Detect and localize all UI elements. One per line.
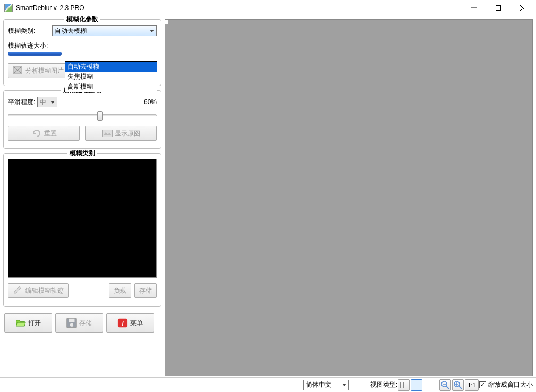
open-button[interactable]: 打开	[4, 313, 52, 333]
info-icon: i	[117, 318, 128, 328]
window-title: SmartDeblur v. 2.3 PRO	[16, 4, 462, 12]
one-to-one-label: 1:1	[467, 382, 475, 388]
smooth-label: 平滑程度:	[8, 98, 35, 107]
svg-rect-7	[102, 130, 112, 137]
svg-rect-14	[404, 382, 407, 388]
window-titlebar: SmartDeblur v. 2.3 PRO	[0, 0, 536, 16]
language-combo[interactable]: 简体中文	[303, 380, 349, 390]
folder-open-icon	[15, 318, 26, 328]
show-original-label: 显示原图	[115, 129, 140, 138]
analyze-icon	[13, 66, 23, 75]
zoom-out-button[interactable]	[439, 379, 451, 391]
save-kernel-label: 存储	[139, 286, 152, 295]
menu-button[interactable]: i 菜单	[106, 313, 154, 333]
app-icon	[4, 4, 13, 12]
main-toolbar: 打开 存储 i 菜单	[3, 311, 161, 333]
language-value: 简体中文	[306, 380, 331, 389]
blur-type-dropdown[interactable]: 自动去模糊 失焦模糊 高斯模糊	[65, 61, 157, 92]
minimize-button[interactable]	[462, 0, 486, 16]
dropdown-option[interactable]: 失焦模糊	[65, 72, 157, 82]
show-original-button[interactable]: 显示原图	[85, 126, 157, 141]
dropdown-option[interactable]: 自动去模糊	[65, 62, 157, 72]
smooth-value: 中	[40, 98, 46, 107]
settings-sidebar: 模糊化参数 模糊类别: 自动去模糊 模糊轨迹大小: 分析模糊图片	[0, 16, 165, 376]
image-icon	[102, 129, 113, 138]
kernel-group: 模糊类别 编辑模糊轨迹 负载 存储	[3, 153, 161, 307]
view-type-label: 视图类型:	[370, 380, 397, 389]
kernel-preview	[8, 159, 157, 278]
chevron-down-icon	[50, 101, 55, 104]
save-kernel-button[interactable]: 存储	[134, 283, 157, 298]
chevron-down-icon	[342, 384, 346, 386]
reset-label: 重置	[44, 129, 57, 138]
blur-type-value: 自动去模糊	[55, 27, 87, 36]
chevron-down-icon	[150, 30, 154, 32]
svg-rect-13	[401, 382, 404, 388]
svg-line-17	[446, 386, 449, 389]
load-kernel-button[interactable]: 负载	[109, 283, 131, 298]
svg-point-10	[70, 323, 73, 326]
smooth-combo[interactable]: 中	[37, 97, 57, 107]
maximize-button[interactable]	[486, 0, 511, 16]
blur-trace-slider[interactable]	[8, 49, 157, 59]
dropdown-option[interactable]: 高斯模糊	[65, 82, 157, 92]
kernel-title: 模糊类别	[67, 149, 97, 158]
reset-button[interactable]: 重置	[8, 126, 80, 141]
svg-rect-9	[69, 319, 75, 322]
save-button[interactable]: 存储	[55, 313, 103, 333]
canvas-handle	[165, 20, 168, 24]
image-canvas[interactable]	[165, 19, 533, 376]
blur-params-title: 模糊化参数	[64, 15, 100, 24]
edit-trace-label: 编辑模糊轨迹	[25, 286, 64, 295]
smooth-percent: 60%	[144, 98, 157, 106]
open-label: 打开	[28, 319, 41, 328]
load-kernel-label: 负载	[114, 286, 126, 295]
zoom-1to1-button[interactable]: 1:1	[465, 379, 479, 391]
blur-type-label: 模糊类别:	[8, 27, 35, 36]
smooth-slider[interactable]	[8, 111, 157, 121]
fit-window-label: 缩放成窗口大小	[488, 380, 533, 389]
view-split-button[interactable]	[398, 379, 410, 391]
zoom-in-button[interactable]	[452, 379, 464, 391]
close-button[interactable]	[511, 0, 535, 16]
svg-rect-1	[496, 5, 501, 10]
svg-line-20	[459, 386, 462, 389]
svg-rect-15	[413, 382, 420, 388]
edit-trace-button[interactable]: 编辑模糊轨迹	[8, 283, 69, 298]
save-label: 存储	[79, 319, 92, 328]
pencil-icon	[13, 286, 23, 295]
blur-type-combo[interactable]: 自动去模糊	[52, 25, 157, 36]
menu-label: 菜单	[130, 319, 143, 328]
analyze-blur-button[interactable]: 分析模糊图片	[8, 63, 69, 78]
analyze-blur-label: 分析模糊图片	[25, 66, 64, 75]
fit-window-checkbox[interactable]	[479, 381, 486, 388]
undo-icon	[31, 129, 42, 138]
post-process-group: 后期处理选项 平滑程度: 中 60% 重置	[3, 90, 161, 149]
view-single-button[interactable]	[411, 379, 422, 391]
save-icon	[66, 318, 77, 328]
blur-trace-label: 模糊轨迹大小:	[8, 41, 48, 50]
status-bar: 简体中文 视图类型: 1:1 缩放成窗口大小	[0, 377, 536, 392]
